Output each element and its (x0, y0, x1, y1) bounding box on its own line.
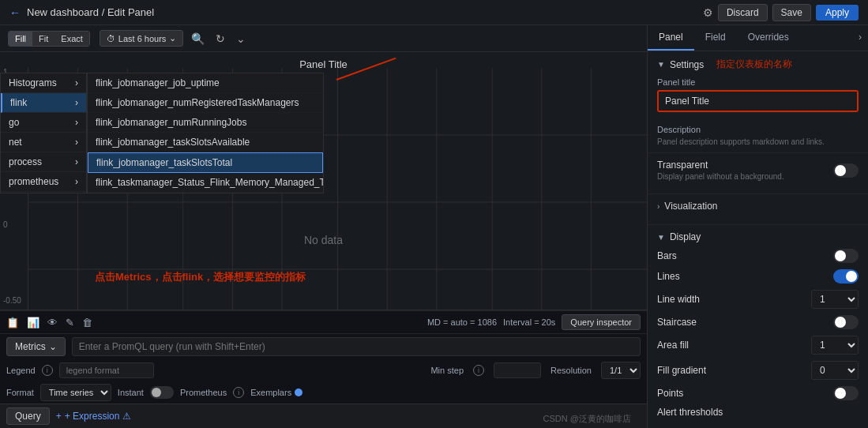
fit-button[interactable]: Fit (32, 32, 54, 46)
lines-label: Lines (657, 271, 680, 282)
more-options-button[interactable]: ⌄ (233, 31, 249, 47)
sidebar-item-go[interactable]: go › (1, 113, 86, 133)
format-label: Format (6, 388, 34, 397)
format-select[interactable]: Time series Table (40, 384, 111, 401)
chevron-right-icon: › (657, 202, 659, 211)
chevron-down-icon-2: ▼ (657, 233, 665, 242)
submenu-item-1[interactable]: flink_jobmanager_numRegisteredTaskManage… (88, 93, 323, 113)
min-step-info-icon[interactable]: i (473, 365, 484, 376)
alert-thresholds-label: Alert thresholds (657, 407, 723, 418)
query-icon-5[interactable]: 🗑 (82, 317, 92, 329)
query-bottom-bar: 📋 📊 👁 ✎ 🗑 MD = auto = 1086 Interval = 20… (0, 310, 647, 333)
chevron-down-icon: ⌄ (169, 33, 176, 43)
tab-panel[interactable]: Panel (648, 25, 694, 51)
apply-button[interactable]: Apply (816, 5, 859, 21)
sidebar-item-prometheus[interactable]: prometheus › (1, 172, 86, 192)
tab-field[interactable]: Field (694, 25, 737, 51)
legend-input[interactable] (59, 362, 154, 378)
fill-gradient-row: Fill gradient 0 1 (657, 361, 859, 380)
chevron-down-icon: ▼ (657, 60, 665, 69)
transparent-label: Transparent (657, 160, 784, 171)
instant-toggle[interactable] (150, 386, 174, 399)
query-icon-1[interactable]: 📋 (6, 317, 19, 329)
query-icon-2[interactable]: 📊 (27, 317, 39, 329)
back-button[interactable]: ← (9, 6, 21, 19)
query-input-field[interactable] (72, 337, 641, 356)
display-header[interactable]: ▼ Display (657, 231, 859, 242)
area-fill-select[interactable]: 1 0 (811, 336, 859, 355)
sidebar-item-process[interactable]: process › (1, 152, 86, 172)
query-icon-3[interactable]: 👁 (47, 317, 58, 329)
lines-toggle[interactable] (833, 269, 859, 283)
submenu-item-2[interactable]: flink_jobmanager_numRunningJobs (88, 113, 323, 133)
bars-label: Bars (657, 250, 677, 261)
metrics-label: Metrics (15, 341, 46, 352)
points-toggle[interactable] (833, 386, 859, 400)
sidebar-item-flink[interactable]: flink › (1, 93, 86, 113)
time-range-picker[interactable]: ⏱ Last 6 hours ⌄ (100, 30, 184, 47)
save-button[interactable]: Save (772, 4, 811, 21)
breadcrumb: New dashboard / Edit Panel (27, 6, 154, 18)
metrics-button[interactable]: Metrics ⌄ (6, 337, 66, 356)
visualization-label: Visualization (664, 201, 717, 212)
submenu: flink_jobmanager_job_uptime flink_jobman… (87, 73, 324, 193)
left-panel: Fill Fit Exact ⏱ Last 6 hours ⌄ 🔍 ↻ ⌄ Pa… (0, 25, 647, 428)
cn-annotation-settings: 指定仪表板的名称 (716, 58, 792, 71)
visualization-header[interactable]: › Visualization (657, 201, 859, 212)
top-bar-left: ← New dashboard / Edit Panel (9, 6, 154, 19)
query-tab-button[interactable]: Query (6, 407, 50, 425)
submenu-item-0[interactable]: flink_jobmanager_job_uptime (88, 73, 323, 93)
bars-toggle[interactable] (833, 249, 859, 263)
alert-thresholds-row: Alert thresholds (657, 407, 859, 418)
right-panel-arrow[interactable]: › (852, 25, 868, 51)
exemplars-row: Exemplars (250, 388, 302, 397)
zoom-out-button[interactable]: 🔍 (188, 31, 208, 47)
query-inspector-button[interactable]: Query inspector (562, 314, 641, 330)
fill-button[interactable]: Fill (9, 32, 32, 46)
prometheus-info-icon[interactable]: i (233, 387, 244, 398)
submenu-item-3[interactable]: flink_jobmanager_taskSlotsAvailable (88, 133, 323, 152)
points-row: Points (657, 386, 859, 400)
md-text: MD = auto = 1086 (427, 317, 497, 327)
arrow-annotation (336, 79, 400, 81)
sidebar-item-net[interactable]: net › (1, 133, 86, 152)
query-info: MD = auto = 1086 Interval = 20s Query in… (427, 314, 641, 330)
watermark: CSDN @泛黄的咖啡店 (543, 413, 631, 425)
submenu-item-5[interactable]: flink_taskmanager_Status_Flink_Memory_Ma… (88, 173, 323, 193)
submenu-item-4[interactable]: flink_jobmanager_taskSlotsTotal (88, 152, 323, 173)
fill-gradient-select[interactable]: 0 1 (811, 361, 859, 380)
resolution-label: Resolution (550, 366, 592, 375)
refresh-button[interactable]: ↻ (212, 31, 228, 47)
format-row: Format Time series Table Instant Prometh… (0, 381, 647, 404)
legend-label: Legend (6, 366, 36, 375)
min-step-input[interactable] (494, 362, 541, 378)
time-icon: ⏱ (107, 34, 115, 43)
min-step-label: Min step (430, 366, 464, 375)
staircase-label: Staircase (657, 317, 697, 328)
instant-label: Instant (118, 388, 144, 397)
staircase-toggle[interactable] (833, 315, 859, 329)
main-layout: Fill Fit Exact ⏱ Last 6 hours ⌄ 🔍 ↻ ⌄ Pa… (0, 25, 868, 428)
sidebar-item-histograms[interactable]: Histograms › (1, 73, 86, 93)
transparent-toggle[interactable] (833, 163, 859, 178)
tab-overrides[interactable]: Overrides (737, 25, 800, 51)
add-expression-button[interactable]: + + Expression ⚠ (56, 411, 132, 422)
settings-header[interactable]: ▼ Settings 指定仪表板的名称 (657, 58, 859, 71)
panel-title-input[interactable] (657, 90, 859, 112)
time-range-label: Last 6 hours (118, 34, 167, 43)
exact-button[interactable]: Exact (54, 32, 89, 46)
description-text: Panel description supports markdown and … (657, 137, 859, 146)
interval-text: Interval = 20s (503, 317, 555, 327)
transparent-section: Transparent Display panel without a back… (648, 153, 868, 194)
right-panel-tabs: Panel Field Overrides › (648, 25, 868, 51)
query-icon-4[interactable]: ✎ (66, 317, 74, 329)
gear-icon[interactable]: ⚙ (703, 6, 713, 19)
panel-title-label: Panel title (657, 77, 859, 87)
legend-info-icon[interactable]: i (42, 365, 53, 376)
query-input-row: Metrics ⌄ (0, 333, 647, 359)
lines-row: Lines (657, 269, 859, 283)
line-width-select[interactable]: 1 2 3 (811, 290, 859, 309)
resolution-select[interactable]: 1/1 1/2 1/3 (601, 362, 641, 379)
discard-button[interactable]: Discard (718, 4, 768, 21)
plus-icon: + (56, 411, 62, 422)
